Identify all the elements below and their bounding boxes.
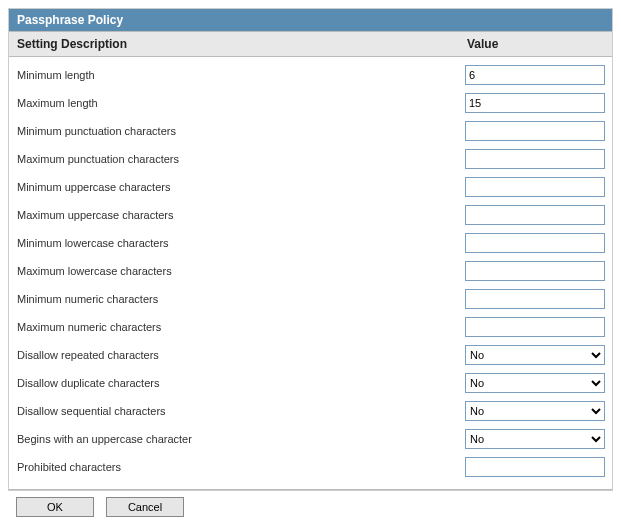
setting-label: Minimum uppercase characters bbox=[17, 181, 465, 193]
column-header-description: Setting Description bbox=[9, 32, 459, 56]
setting-control bbox=[465, 177, 605, 197]
settings-rows: Minimum lengthMaximum lengthMinimum punc… bbox=[9, 57, 612, 485]
ok-button[interactable]: OK bbox=[16, 497, 94, 517]
setting-label: Disallow sequential characters bbox=[17, 405, 465, 417]
button-bar: OK Cancel bbox=[8, 491, 613, 517]
setting-label: Minimum numeric characters bbox=[17, 293, 465, 305]
setting-label: Minimum length bbox=[17, 69, 465, 81]
setting-row: Begins with an uppercase characterNo bbox=[9, 425, 612, 453]
setting-input[interactable] bbox=[465, 457, 605, 477]
setting-label: Disallow repeated characters bbox=[17, 349, 465, 361]
setting-control bbox=[465, 149, 605, 169]
setting-select[interactable]: No bbox=[465, 345, 605, 365]
setting-row: Maximum punctuation characters bbox=[9, 145, 612, 173]
setting-input[interactable] bbox=[465, 261, 605, 281]
setting-label: Minimum lowercase characters bbox=[17, 237, 465, 249]
setting-select[interactable]: No bbox=[465, 429, 605, 449]
setting-row: Prohibited characters bbox=[9, 453, 612, 481]
setting-control bbox=[465, 233, 605, 253]
setting-label: Maximum length bbox=[17, 97, 465, 109]
setting-control bbox=[465, 261, 605, 281]
setting-label: Maximum uppercase characters bbox=[17, 209, 465, 221]
setting-input[interactable] bbox=[465, 289, 605, 309]
setting-input[interactable] bbox=[465, 317, 605, 337]
setting-label: Minimum punctuation characters bbox=[17, 125, 465, 137]
setting-input[interactable] bbox=[465, 93, 605, 113]
setting-control bbox=[465, 121, 605, 141]
setting-select[interactable]: No bbox=[465, 401, 605, 421]
setting-control bbox=[465, 457, 605, 477]
setting-control: No bbox=[465, 345, 605, 365]
setting-label: Maximum numeric characters bbox=[17, 321, 465, 333]
setting-input[interactable] bbox=[465, 149, 605, 169]
setting-label: Maximum punctuation characters bbox=[17, 153, 465, 165]
setting-label: Disallow duplicate characters bbox=[17, 377, 465, 389]
setting-row: Minimum uppercase characters bbox=[9, 173, 612, 201]
setting-input[interactable] bbox=[465, 65, 605, 85]
setting-input[interactable] bbox=[465, 233, 605, 253]
setting-select[interactable]: No bbox=[465, 373, 605, 393]
setting-row: Disallow duplicate charactersNo bbox=[9, 369, 612, 397]
setting-row: Minimum lowercase characters bbox=[9, 229, 612, 257]
setting-row: Disallow repeated charactersNo bbox=[9, 341, 612, 369]
cancel-button[interactable]: Cancel bbox=[106, 497, 184, 517]
column-header-value: Value bbox=[459, 32, 612, 56]
setting-input[interactable] bbox=[465, 177, 605, 197]
setting-input[interactable] bbox=[465, 205, 605, 225]
setting-row: Maximum uppercase characters bbox=[9, 201, 612, 229]
setting-row: Minimum length bbox=[9, 61, 612, 89]
passphrase-policy-panel: Passphrase Policy Setting Description Va… bbox=[8, 8, 613, 491]
panel-title: Passphrase Policy bbox=[9, 9, 612, 31]
setting-row: Disallow sequential charactersNo bbox=[9, 397, 612, 425]
footer-separator bbox=[9, 489, 612, 490]
setting-control: No bbox=[465, 373, 605, 393]
setting-control: No bbox=[465, 429, 605, 449]
setting-label: Begins with an uppercase character bbox=[17, 433, 465, 445]
setting-control bbox=[465, 289, 605, 309]
setting-row: Minimum numeric characters bbox=[9, 285, 612, 313]
setting-control bbox=[465, 205, 605, 225]
setting-control bbox=[465, 93, 605, 113]
setting-row: Maximum numeric characters bbox=[9, 313, 612, 341]
setting-input[interactable] bbox=[465, 121, 605, 141]
setting-row: Maximum lowercase characters bbox=[9, 257, 612, 285]
setting-label: Maximum lowercase characters bbox=[17, 265, 465, 277]
setting-control bbox=[465, 65, 605, 85]
setting-row: Maximum length bbox=[9, 89, 612, 117]
column-header-row: Setting Description Value bbox=[9, 31, 612, 57]
setting-control bbox=[465, 317, 605, 337]
setting-control: No bbox=[465, 401, 605, 421]
setting-label: Prohibited characters bbox=[17, 461, 465, 473]
setting-row: Minimum punctuation characters bbox=[9, 117, 612, 145]
